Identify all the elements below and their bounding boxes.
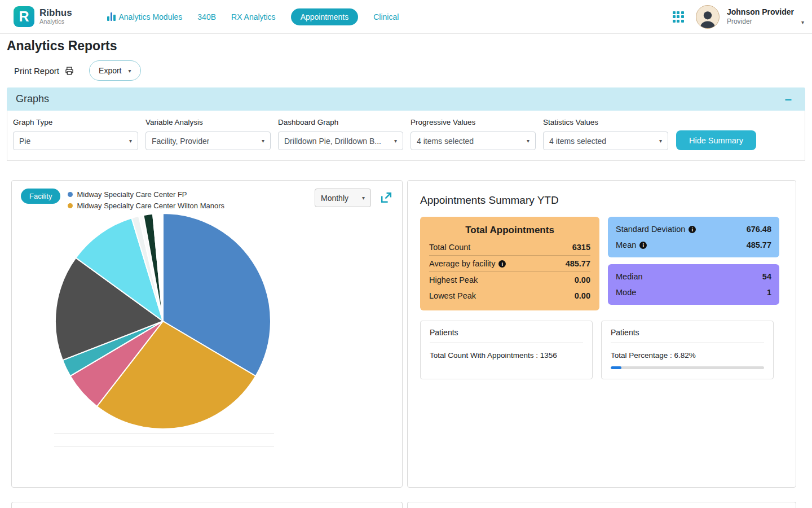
legend-dot [68,192,73,197]
page-actions: Print Report Export ▾ [14,60,812,81]
graphs-panel: Graphs – Graph Type Pie ▾ Variable Analy… [7,87,805,161]
person-icon [697,8,718,28]
graphs-panel-header[interactable]: Graphs – [7,87,805,111]
total-appointments-box: Total Appointments Total Count i 6315 [420,217,599,310]
filter-label: Dashboard Graph [278,118,403,126]
filter-group: Graph Type Pie ▾ [13,118,138,150]
chart-controls: Monthly ▾ [315,189,393,207]
summary-row-value: 0.00 [575,275,590,284]
chevron-down-icon: ▾ [129,68,131,74]
total-appointments-rows: Total Count i 6315 Average by facility i [429,239,590,304]
appointments-summary-card: Appointments Summary YTD Total Appointme… [407,180,796,488]
nav-item-label: 340B [197,12,216,21]
filter-select[interactable]: 4 items selected ▾ [411,132,536,150]
summary-row-value: 6315 [572,243,590,252]
summary-row-value: 1 [767,288,771,297]
chevron-down-icon: ▾ [394,138,397,144]
info-icon[interactable]: i [498,260,506,268]
info-icon[interactable]: i [689,226,696,233]
partial-card [11,502,403,508]
summary-row: Mean i 485.77 [616,237,771,253]
main-nav: Analytics Modules 340B RX Analytics Appo… [107,8,399,25]
summary-row-value: 676.48 [747,225,771,234]
collapse-icon[interactable]: – [785,94,792,104]
user-role: Provider [727,17,794,26]
avatar[interactable] [696,5,720,29]
period-select[interactable]: Monthly ▾ [315,189,371,207]
progress-bar [611,366,764,369]
summary-row: Median 54 [616,269,771,284]
chart-legend: Midway Specialty Care Center FP Midway S… [68,189,224,210]
summary-row: Highest Peak i 0.00 [429,272,590,288]
print-report-button[interactable]: Print Report [14,66,74,76]
deviation-mean-box: Standard Deviation i 676.48 Mean i [608,217,779,257]
nav-item[interactable]: Analytics Modules [107,12,182,21]
summary-row-value: 0.00 [575,291,590,300]
legend-item[interactable]: Midway Specialty Care Center FP [68,190,224,199]
nav-item[interactable]: Appointments [291,8,359,25]
summary-grid: Total Appointments Total Count i 6315 [420,217,783,310]
patients-card: Patients Total Count With Appointments :… [420,321,593,379]
brand-subtitle: Analytics [39,18,72,26]
filter-label: Graph Type [13,118,138,126]
user-block[interactable]: Johnson Provider Provider [727,7,794,26]
bar-chart-icon [107,12,116,21]
nav-item[interactable]: Clinical [373,12,399,21]
summary-row-label: Mean [616,240,636,249]
info-icon[interactable]: i [639,242,647,249]
page-content: Analytics Reports Print Report Export ▾ … [0,38,812,508]
navbar-right: Johnson Provider Provider ▾ [673,5,804,29]
filter-group: Variable Analysis Facility, Provider ▾ [145,118,271,150]
patients-card: Patients Total Percentage : 6.82% [601,321,774,379]
export-label: Export [99,66,121,75]
filter-select[interactable]: Pie ▾ [13,132,138,150]
expand-icon[interactable] [379,191,393,205]
stats-boxes: Standard Deviation i 676.48 Mean i [608,217,779,310]
filter-select-value: Pie [19,137,30,146]
user-menu-chevron-icon[interactable]: ▾ [801,19,804,25]
summary-row-value: 485.77 [747,240,771,249]
legend-item[interactable]: Midway Specialty Care Center Wilton Mano… [68,202,224,210]
nav-item-label: Appointments [301,12,349,21]
filter-select-value: 4 items selected [417,137,474,146]
export-button[interactable]: Export ▾ [89,60,141,81]
filter-select[interactable]: Drilldown Pie, Drilldown B... ▾ [278,132,403,150]
filter-list: Graph Type Pie ▾ Variable Analysis Facil… [13,118,668,150]
nav-item[interactable]: 340B [197,12,216,21]
filter-select[interactable]: Facility, Provider ▾ [145,132,271,150]
patients-cards: Patients Total Count With Appointments :… [420,321,783,379]
brand-logo[interactable]: R Ribhus Analytics [14,6,94,27]
summary-row-label: Mode [616,288,636,297]
nav-item[interactable]: RX Analytics [231,12,276,21]
summary-row: Lowest Peak i 0.00 [429,288,590,304]
patients-card-title: Patients [611,328,764,343]
summary-row-label: Highest Peak [429,275,478,284]
graphs-panel-title: Graphs [16,93,49,105]
progress-bar-fill [611,366,621,369]
summary-row-value: 54 [762,272,771,281]
filter-select-value: 4 items selected [549,137,606,146]
nav-item-label: Analytics Modules [119,12,183,21]
summary-row: Standard Deviation i 676.48 [616,221,771,237]
summary-title: Appointments Summary YTD [420,194,783,207]
chart-header: Facility Midway Specialty Care Center FP… [12,181,402,210]
summary-row-label: Total Count [429,243,470,252]
patients-card-title: Patients [430,328,583,343]
filter-group: Statistics Values 4 items selected ▾ [543,118,668,150]
patients-card-text: Total Percentage : 6.82% [611,351,764,360]
filter-label: Variable Analysis [145,118,271,126]
pie-chart-card: Facility Midway Specialty Care Center FP… [11,180,403,488]
chevron-down-icon: ▾ [527,138,529,144]
filter-select[interactable]: 4 items selected ▾ [543,132,668,150]
ribhus-logo-icon: R [14,6,34,27]
brand-name: Ribhus [39,8,72,18]
legend-label: Midway Specialty Care Center FP [77,190,187,199]
apps-grid-icon[interactable] [673,11,684,23]
hide-summary-button[interactable]: Hide Summary [676,130,756,150]
summary-row-label: Lowest Peak [429,291,476,300]
total-appointments-title: Total Appointments [429,225,590,236]
legend-dot [68,203,73,208]
period-select-value: Monthly [321,194,348,203]
facility-badge[interactable]: Facility [21,189,60,204]
filter-group: Dashboard Graph Drilldown Pie, Drilldown… [278,118,403,150]
